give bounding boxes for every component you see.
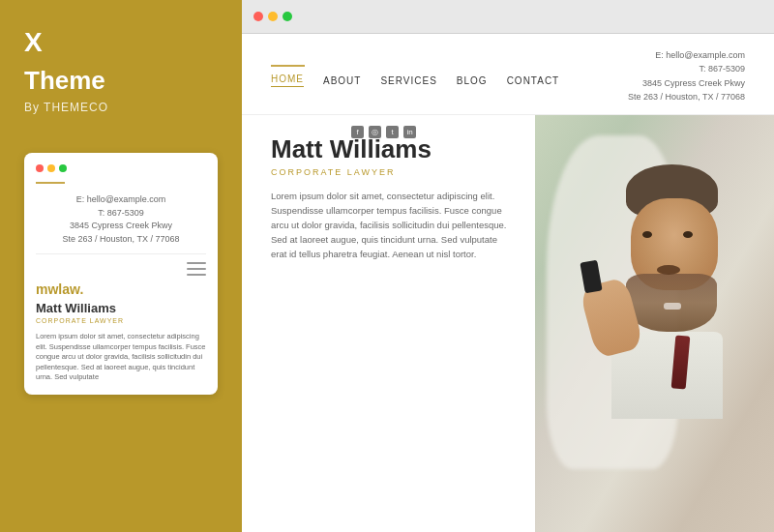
nav-about[interactable]: ABOUT (323, 75, 361, 86)
website-person-name: Matt Williams (271, 134, 511, 164)
website-header: HOME ABOUT SERVICES BLOG CONTACT E: hell… (242, 34, 774, 115)
social-instagram-icon[interactable]: ◎ (369, 126, 381, 138)
mobile-person-title: CORPORATE LAWYER (36, 317, 206, 324)
mobile-body-text: Lorem ipsum dolor sit amet, consectetur … (36, 332, 206, 383)
sidebar-by: By THEMECO (24, 101, 218, 114)
sidebar-title: Theme (24, 66, 218, 96)
mobile-logo-text: mwlaw. (36, 281, 206, 297)
browser-chrome (242, 0, 774, 34)
mobile-address2: Ste 263 / Houston, TX / 77068 (36, 233, 206, 247)
hamburger-line-2 (187, 268, 206, 270)
website-address1: 3845 Cypress Creek Pkwy (628, 76, 745, 90)
mobile-dot-green (59, 164, 67, 172)
website-email: E: hello@example.com (609, 48, 745, 62)
mobile-traffic-lights (36, 164, 206, 172)
mobile-logo-divider (36, 182, 65, 184)
browser-dot-red (253, 12, 263, 21)
website-preview: HOME ABOUT SERVICES BLOG CONTACT E: hell… (242, 34, 774, 532)
website-address2: Ste 263 / Houston, TX / 77068 (628, 90, 745, 103)
hamburger-line-1 (187, 262, 206, 264)
website-main-content: Matt Williams CORPORATE LAWYER Lorem ips… (242, 115, 774, 532)
sidebar: X Theme By THEMECO E: hello@example.com … (0, 0, 242, 532)
main-area: HOME ABOUT SERVICES BLOG CONTACT E: hell… (242, 0, 774, 532)
mobile-dot-red (36, 164, 44, 172)
person-photo (535, 115, 775, 532)
sidebar-logo-area: X (24, 29, 218, 56)
mobile-phone: T: 867-5309 (36, 207, 206, 221)
logo-x: X (24, 29, 43, 56)
mobile-nav-row (36, 262, 206, 276)
mobile-dot-yellow (47, 164, 55, 172)
nav-blog[interactable]: BLOG (457, 75, 488, 86)
browser-traffic-lights (253, 12, 292, 21)
content-right-photo (535, 115, 775, 532)
teeth (664, 303, 681, 310)
mobile-email: E: hello@example.com (36, 193, 206, 207)
nav-contact[interactable]: CONTACT (507, 75, 560, 86)
website-nav: HOME ABOUT SERVICES BLOG CONTACT (271, 74, 559, 87)
website-phone: T: 867-5309 (609, 62, 745, 75)
website-logo-line (271, 65, 305, 67)
social-twitter-icon[interactable]: t (386, 126, 399, 138)
website-contact-right: E: hello@example.com T: 867-5309 3845 Cy… (609, 48, 745, 104)
mobile-address1: 3845 Cypress Creek Pkwy (36, 220, 206, 233)
mustache (657, 265, 680, 275)
mobile-preview-card: E: hello@example.com T: 867-5309 3845 Cy… (24, 153, 218, 395)
browser-dot-yellow (268, 12, 278, 21)
mobile-person-name: Matt Williams (36, 301, 206, 315)
social-linkedin-icon[interactable]: in (403, 126, 416, 138)
nav-home[interactable]: HOME (271, 74, 304, 87)
content-left: Matt Williams CORPORATE LAWYER Lorem ips… (242, 115, 535, 532)
mobile-contact-info: E: hello@example.com T: 867-5309 3845 Cy… (36, 193, 206, 254)
browser-dot-green (283, 12, 292, 21)
hamburger-line-3 (187, 274, 206, 276)
website-body-text: Lorem ipsum dolor sit amet, consectetur … (271, 189, 511, 262)
social-facebook-icon[interactable]: f (351, 126, 364, 138)
website-person-title: CORPORATE LAWYER (271, 167, 511, 177)
social-icons-row: f ◎ t in (351, 126, 416, 138)
nav-services[interactable]: SERVICES (380, 75, 436, 86)
hamburger-menu[interactable] (187, 262, 206, 276)
